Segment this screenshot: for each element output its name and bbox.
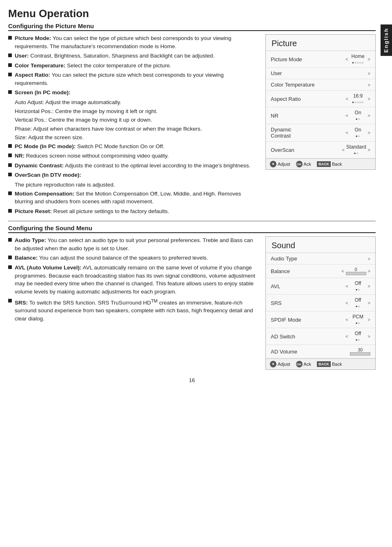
bullet-label: Balance: bbox=[15, 255, 38, 261]
ctrl-back-sound: BACK Back bbox=[317, 361, 342, 367]
back-box-icon: BACK bbox=[317, 361, 331, 367]
menu-value-srs: < Off●○ > bbox=[345, 297, 370, 309]
bullet-body: Reset all picture settings to the factor… bbox=[53, 208, 169, 214]
bullet-body: Contrast, Brightness, Saturation, Sharpn… bbox=[30, 53, 214, 59]
bullet-icon bbox=[8, 299, 12, 302]
left-arrow-icon: < bbox=[345, 284, 348, 289]
dots: ●○ bbox=[356, 134, 361, 138]
menu-label-color-temp: Color Temperature bbox=[271, 82, 314, 88]
bullet-icon bbox=[8, 53, 12, 57]
dots: ●○ bbox=[356, 305, 361, 308]
right-arrow-icon: > bbox=[368, 57, 370, 62]
menu-label-avl: AVL bbox=[271, 283, 307, 289]
bullet-user: User: Contrast, Brightness, Saturation, … bbox=[8, 52, 259, 60]
bullet-label: SRS: bbox=[15, 300, 28, 306]
menu-row-aspect-ratio: Aspect Ratio < 16:9●○○○○ > bbox=[266, 91, 375, 107]
page-title: Menu Operation bbox=[8, 7, 376, 20]
bullet-body: Reduces screen noise without compromisin… bbox=[26, 153, 169, 159]
bullet-label: NR: bbox=[15, 153, 24, 159]
menu-label-dynamic-contrast: DynamicContrast bbox=[271, 127, 307, 139]
bullet-balance: Balance: You can adjust the sound balanc… bbox=[8, 254, 259, 262]
adjust-label: Adjust bbox=[278, 362, 290, 367]
dots: ●○ bbox=[356, 338, 361, 342]
right-arrow-icon: > bbox=[368, 130, 370, 135]
sound-panel-controls: ✦ Adjust OK Ack BACK Back bbox=[266, 358, 375, 369]
menu-value-ad-volume: 30 bbox=[350, 347, 370, 356]
bullet-audio-type: Audio Type: You can select an audio type… bbox=[8, 236, 259, 252]
menu-value-audio-type: > bbox=[368, 256, 370, 261]
right-chevron-icon: > bbox=[368, 82, 370, 87]
subline-hpos: Horizontal Pos.: Centre the image by mov… bbox=[15, 107, 259, 116]
menu-label-spdif: SPDIF Mode bbox=[271, 317, 307, 323]
back-box-icon: BACK bbox=[317, 161, 331, 167]
bullet-picture-mode: Picture Mode: You can select the type of… bbox=[8, 34, 259, 50]
bullet-icon bbox=[8, 163, 12, 167]
menu-label-overscan: OverScan bbox=[271, 147, 307, 153]
bullet-dynamic-contrast: Dynamic Contrast: Adjusts the contrast t… bbox=[8, 162, 259, 170]
sound-section-layout: Audio Type: You can select an audio type… bbox=[8, 236, 376, 370]
right-arrow-icon: > bbox=[368, 96, 370, 101]
bullet-label: Picture Reset: bbox=[15, 208, 52, 214]
ctrl-ack: OK Ack bbox=[296, 161, 311, 167]
subline-size: Size: Adjust the screen size. bbox=[15, 133, 259, 142]
menu-row-balance: Balance < 0 > bbox=[266, 265, 375, 278]
menu-label-audio-type: Audio Type bbox=[271, 256, 307, 262]
ack-label: Ack bbox=[304, 162, 311, 167]
picture-menu-panel: Picture Picture Mode < Home●○○○○ > User … bbox=[265, 34, 376, 170]
bullet-overscan: OverScan (In DTV mode): bbox=[8, 171, 259, 179]
bullet-label: Screen (In PC mode): bbox=[15, 89, 71, 96]
menu-label-balance: Balance bbox=[271, 268, 307, 274]
menu-row-overscan: OverScan < Standard●○ > bbox=[266, 142, 375, 158]
adjust-circle-icon: ✦ bbox=[270, 361, 276, 367]
left-arrow-icon: < bbox=[345, 130, 348, 135]
ack-label: Ack bbox=[304, 362, 311, 367]
left-arrow-icon: < bbox=[345, 57, 348, 62]
bullet-body: You can adjust the sound balance of the … bbox=[39, 255, 208, 261]
menu-value-color-temp: > bbox=[368, 82, 370, 87]
menu-row-srs: SRS < Off●○ > bbox=[266, 295, 375, 311]
sound-menu-panel-col: Sound Audio Type > Balance < 0 bbox=[265, 236, 376, 370]
subline-vpos: Vertical Pos.: Centre the image by movin… bbox=[15, 116, 259, 124]
sound-menu-panel: Sound Audio Type > Balance < 0 bbox=[265, 236, 376, 370]
left-arrow-icon: < bbox=[345, 300, 348, 305]
dots: ●○○○○ bbox=[352, 100, 364, 104]
ctrl-adjust: ✦ Adjust bbox=[270, 161, 290, 167]
bullet-icon bbox=[8, 144, 12, 148]
menu-row-picture-mode: Picture Mode < Home●○○○○ > bbox=[266, 51, 375, 68]
picture-panel-title: Picture bbox=[266, 35, 375, 51]
picture-section-header: Configuring the Picture Menu bbox=[8, 22, 376, 31]
back-label: Back bbox=[332, 362, 342, 367]
bullet-label: User: bbox=[15, 53, 29, 59]
ad-volume-slider bbox=[350, 352, 370, 356]
menu-label-ad-switch: AD Switch bbox=[271, 334, 307, 340]
picture-menu-panel-col: Picture Picture Mode < Home●○○○○ > User … bbox=[265, 34, 376, 170]
bullet-icon bbox=[8, 73, 12, 76]
dots: ●○○○○ bbox=[352, 61, 364, 64]
bullet-motion-comp: Motion Compensation: Set the Motion Comp… bbox=[8, 190, 259, 206]
bullet-icon bbox=[8, 153, 12, 157]
bullet-label: Color Temperature: bbox=[15, 62, 65, 69]
menu-row-user: User > bbox=[266, 68, 375, 79]
bullet-label: Dynamic Contrast: bbox=[15, 162, 64, 169]
subline-overscan: The picture reproduction rate is adjuste… bbox=[15, 181, 259, 189]
bullet-body: You can select an audio type to suit you… bbox=[15, 237, 253, 251]
bullet-color-temp: Color Temperature: Select the color temp… bbox=[8, 62, 259, 70]
menu-value-ad-switch: < Off●○ > bbox=[345, 331, 370, 342]
trademark: TM bbox=[151, 298, 158, 303]
bullet-avl: AVL (Auto Volume Level): AVL automatical… bbox=[8, 264, 259, 296]
bullet-label: AVL (Auto Volume Level): bbox=[15, 265, 82, 271]
menu-value-picture-mode: < Home●○○○○ > bbox=[345, 53, 370, 65]
dots: ●○ bbox=[356, 288, 361, 291]
ok-circle-icon: OK bbox=[296, 361, 303, 367]
ctrl-back: BACK Back bbox=[317, 161, 342, 167]
bullet-icon bbox=[8, 238, 12, 242]
ctrl-adjust-sound: ✦ Adjust bbox=[270, 361, 290, 367]
menu-value-dynamic-contrast: < On●○ > bbox=[345, 127, 370, 138]
bullet-icon bbox=[8, 173, 12, 176]
right-arrow-icon: > bbox=[368, 269, 370, 274]
right-chevron-icon: > bbox=[368, 256, 370, 261]
right-arrow-icon: > bbox=[368, 317, 370, 322]
menu-label-ad-volume: AD Volume bbox=[271, 349, 307, 355]
menu-value-spdif: < PCM●○ > bbox=[345, 314, 370, 325]
balance-value: 0 bbox=[355, 267, 357, 272]
